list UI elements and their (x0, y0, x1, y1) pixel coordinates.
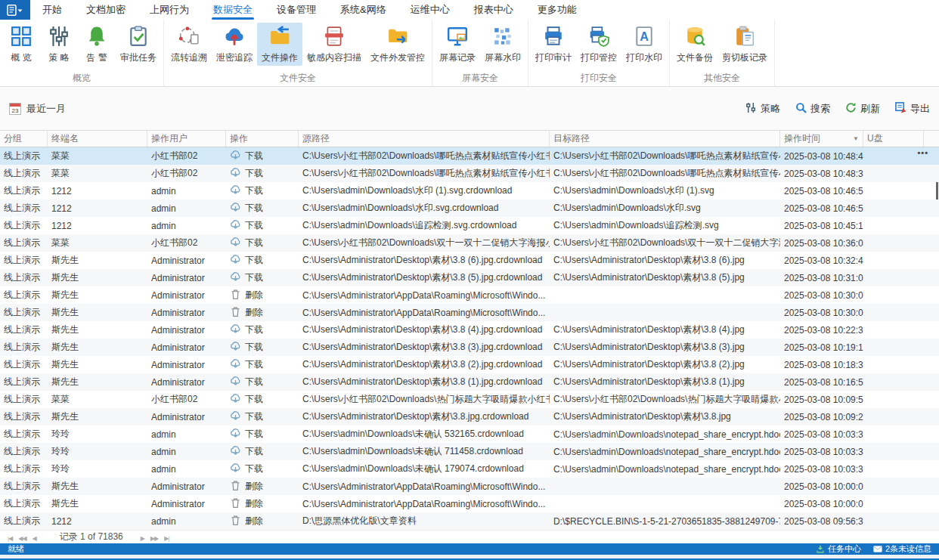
table-row[interactable]: 线上演示斯先生Administrator删除C:\Users\Administr… (0, 478, 939, 495)
table-row[interactable]: 线上演示斯先生Administrator下载C:\Users\Administr… (0, 339, 939, 356)
next-fast-button[interactable]: ▶▶ (150, 535, 158, 542)
table-row[interactable]: 线上演示1212admin下载C:\Users\admin\Downloads\… (0, 200, 939, 217)
ribbon-item-policy[interactable]: 策 略 (40, 23, 78, 66)
cell-source-path: C:\Users\admin\Downloads\未确认 711458.crdo… (299, 445, 550, 458)
column-header-filler (924, 131, 939, 147)
ribbon-item-clipboard-record[interactable]: 剪切板记录 (717, 23, 772, 66)
table-row[interactable]: 线上演示斯先生Administrator下载C:\Users\Administr… (0, 321, 939, 339)
menu-tab-more-features[interactable]: 更多功能 (525, 0, 589, 20)
ribbon-item-print-control[interactable]: 打印管控 (576, 23, 621, 66)
row-actions-button[interactable]: ••• (917, 148, 928, 157)
refresh-button[interactable]: 刷新 (845, 102, 880, 116)
column-header-time[interactable]: 操作时间▼ (780, 131, 863, 147)
table-row[interactable]: 线上演示斯先生Administrator删除C:\Users\Administr… (0, 495, 939, 512)
menu-tab-start[interactable]: 开始 (30, 0, 74, 20)
table-row[interactable]: 线上演示玲玲admin下载C:\Users\admin\Downloads\未确… (0, 460, 939, 478)
menu-tab-system-network[interactable]: 系统&网络 (328, 0, 398, 20)
ribbon-item-alert[interactable]: 告 警 (78, 23, 116, 66)
cell-terminal: 玲玲 (48, 428, 147, 441)
pager-back-buttons: |◀◀◀◀ (8, 532, 42, 543)
export-icon (895, 102, 906, 116)
unread-messages-button[interactable]: 2条未读信息 (873, 543, 931, 555)
ribbon-item-screen-record[interactable]: 屏幕记录 (435, 23, 480, 66)
search-button[interactable]: 搜索 (795, 102, 830, 116)
column-header-usb[interactable]: U盘 (863, 131, 924, 147)
ribbon-item-leak-trace[interactable]: 泄密追踪 (212, 23, 257, 66)
cell-operation: 下载 (226, 202, 299, 215)
menu-tab-ops-center[interactable]: 运维中心 (398, 0, 462, 20)
ribbon-item-print-watermark[interactable]: A打印水印 (621, 23, 667, 66)
policy-filter-button[interactable]: 策略 (745, 102, 780, 116)
table-row[interactable]: 线上演示斯先生Administrator删除C:\Users\Administr… (0, 304, 939, 321)
table-row[interactable]: 线上演示玲玲admin下载C:\Users\admin\Downloads\未确… (0, 425, 939, 443)
download-icon (230, 271, 241, 285)
filter-dropdown-icon[interactable]: ▼ (853, 135, 859, 142)
table-row[interactable]: 线上演示斯先生Administrator下载C:\Users\Administr… (0, 373, 939, 391)
date-range-filter[interactable]: 23 最近一月 (9, 102, 66, 116)
cell-user: Administrator (147, 325, 226, 336)
app-menu-button[interactable] (0, 0, 30, 20)
table-row[interactable]: 线上演示斯先生Administrator下载C:\Users\Administr… (0, 269, 939, 286)
first-page-button[interactable]: |◀ (8, 535, 12, 542)
operation-label: 下载 (245, 428, 263, 441)
ribbon-item-approval-tasks[interactable]: 审批任务 (116, 23, 161, 66)
mail-icon (873, 545, 882, 553)
content-scan-icon (324, 26, 345, 49)
ribbon-item-print-audit[interactable]: 打印审计 (531, 23, 576, 66)
cell-user: 小红书部02 (147, 150, 226, 162)
menu-tab-device-mgmt[interactable]: 设备管理 (265, 0, 328, 20)
next-page-button[interactable]: ▶ (141, 535, 144, 542)
ribbon-item-screen-watermark[interactable]: 屏幕水印 (480, 23, 525, 66)
ribbon-group-label: 文件安全 (166, 71, 429, 86)
table-row[interactable]: 线上演示菜菜小红书部02下载C:\Users\小红书部02\Downloads\… (0, 165, 939, 182)
menu-tab-data-security[interactable]: 数据安全 (201, 0, 265, 20)
table-row[interactable]: 线上演示斯先生Administrator下载C:\Users\Administr… (0, 252, 939, 269)
download-icon (230, 428, 241, 441)
menu-tab-doc-encrypt[interactable]: 文档加密 (74, 0, 138, 20)
table-row[interactable]: 线上演示菜菜小红书部02下载C:\Users\小红书部02\Downloads\… (0, 234, 939, 252)
cell-source-path: C:\Users\admin\Downloads\未确认 532165.crdo… (299, 428, 550, 441)
prev-page-button[interactable]: ◀ (33, 535, 36, 542)
table-row[interactable]: 线上演示1212admin下载C:\Users\admin\Downloads\… (0, 182, 939, 200)
table-row[interactable]: 线上演示菜菜小红书部02下载C:\Users\小红书部02\Downloads\… (0, 147, 939, 165)
ribbon-item-content-scan[interactable]: 敏感内容扫描 (302, 23, 366, 66)
ribbon-group-label: 概览 (2, 71, 161, 86)
action-label: 策略 (761, 102, 780, 116)
column-label: 操作时间 (784, 132, 820, 145)
cell-user: admin (147, 186, 226, 196)
column-header-operation[interactable]: 操作 (226, 131, 299, 147)
cell-operation: 下载 (226, 254, 299, 268)
table-row[interactable]: 线上演示斯先生Administrator下载C:\Users\Administr… (0, 408, 939, 425)
delete-icon (230, 497, 241, 511)
table-row[interactable]: 线上演示玲玲admin下载C:\Users\admin\Downloads\未确… (0, 443, 939, 460)
column-header-source-path[interactable]: 源路径 (299, 131, 550, 147)
ribbon-item-flow-trace[interactable]: 流转追溯 (166, 23, 212, 66)
table-row[interactable]: 线上演示菜菜小红书部02下载C:\Users\小红书部02\Downloads\… (0, 391, 939, 408)
cell-terminal: 斯先生 (48, 323, 147, 336)
column-header-group[interactable]: 分组 (0, 131, 48, 147)
operation-label: 删除 (245, 306, 263, 319)
cell-operation: 下载 (226, 341, 299, 354)
column-header-target-path[interactable]: 目标路径 (550, 131, 780, 147)
menu-tab-report-center[interactable]: 报表中心 (462, 0, 525, 20)
table-row[interactable]: 线上演示斯先生Administrator下载C:\Users\Administr… (0, 356, 939, 373)
prev-fast-button[interactable]: ◀◀ (18, 535, 26, 542)
table-row[interactable]: 线上演示斯先生Administrator删除C:\Users\Administr… (0, 286, 939, 304)
operation-label: 下载 (245, 358, 263, 371)
export-button[interactable]: 导出 (895, 102, 930, 116)
task-center-button[interactable]: 任务中心 (816, 543, 861, 555)
column-header-terminal[interactable]: 终端名 (48, 131, 147, 147)
ribbon-item-overview[interactable]: 概 览 (2, 23, 40, 66)
cell-group: 线上演示 (0, 358, 48, 371)
column-label: 源路径 (302, 132, 330, 145)
column-header-user[interactable]: 操作用户 (147, 131, 226, 147)
cell-operation: 下载 (226, 184, 299, 198)
table-row[interactable]: 线上演示1212admin删除D:\思源黑体优化版\文章资料D:\$RECYCL… (0, 512, 939, 530)
cell-operation: 下载 (226, 463, 299, 476)
menu-tab-web-behavior[interactable]: 上网行为 (138, 0, 201, 20)
ribbon-item-file-backup[interactable]: 文件备份 (672, 23, 717, 66)
ribbon-item-file-ops[interactable]: 文件操作 (257, 23, 302, 66)
table-row[interactable]: 线上演示1212admin下载C:\Users\admin\Downloads\… (0, 217, 939, 234)
ribbon-item-file-outgoing[interactable]: 文件外发管控 (366, 23, 429, 66)
last-page-button[interactable]: ▶| (164, 535, 169, 542)
